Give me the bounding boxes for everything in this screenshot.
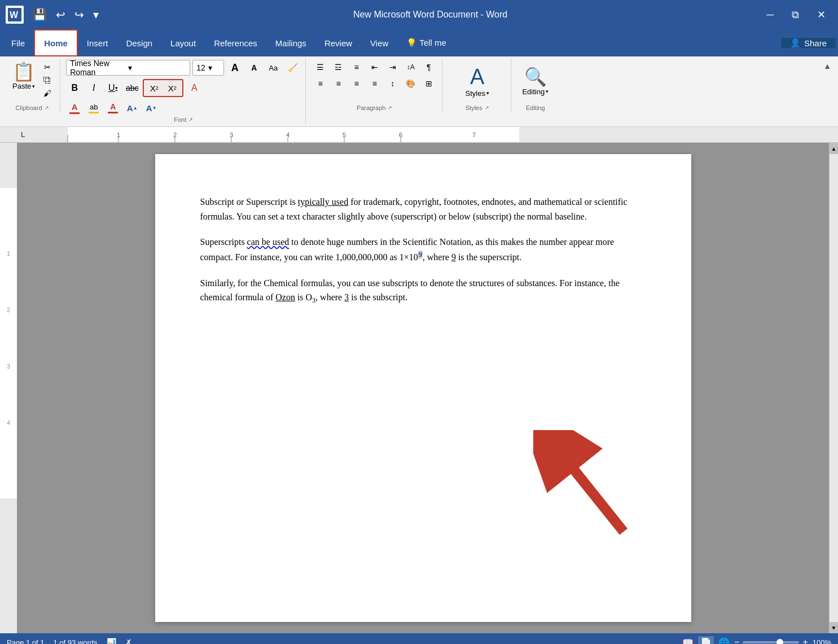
menu-review[interactable]: Review [315,29,361,56]
format-painter-button[interactable]: 🖌 [40,87,55,99]
styles-button[interactable]: A Styles ▾ [458,63,497,100]
bold-button[interactable]: B [66,81,83,95]
menu-home[interactable]: Home [34,29,78,56]
increase-indent-button[interactable]: ⇥ [384,60,401,75]
customize-quick-access[interactable]: ▾ [91,6,101,24]
clear-formatting-button[interactable]: 🧹 [284,60,301,75]
collapse-ribbon-button[interactable]: ▲ [821,59,833,73]
scroll-up-button[interactable]: ▲ [830,143,838,154]
zoom-level[interactable]: 100% [813,638,831,645]
web-layout-button[interactable]: 🌐 [718,637,730,645]
paragraph-group: ☰ ☲ ≡ ⇤ ⇥ ↕A ¶ ≡ ≡ ≡ ≡ ↕ 🎨 ⊞ Paragraph ↗ [307,59,442,112]
styles-dropdown-icon[interactable]: ▾ [486,90,489,96]
menu-tell-me[interactable]: 💡 Tell me [397,29,455,56]
bullet-list-button[interactable]: ☰ [312,60,329,75]
decrease-font-size-button[interactable]: A [226,60,243,75]
menu-file[interactable]: File [2,29,34,56]
menu-design[interactable]: Design [117,29,161,56]
font-expand-icon[interactable]: ↗ [188,117,193,122]
zoom-slider[interactable] [743,641,799,643]
menu-references[interactable]: References [205,29,266,56]
minimize-button[interactable]: ─ [760,7,780,23]
wavy-underline-text: can be used [247,237,289,247]
sort-button[interactable]: ↕A [402,60,419,75]
change-case-button[interactable]: Aa [265,60,282,75]
shading-button[interactable]: 🎨 [402,76,419,91]
text-effects-button[interactable]: A [186,81,203,95]
zoom-plus-button[interactable]: + [802,637,808,644]
quick-access-toolbar: 💾 ↩ ↪ ▾ [30,6,101,24]
svg-text:3: 3 [7,363,10,370]
highlight-color-button[interactable]: ab [85,100,102,115]
justify-button[interactable]: ≡ [366,76,383,91]
paragraph-1: Subscript or Superscript is typically us… [200,195,646,224]
menu-view[interactable]: View [361,29,397,56]
cut-button[interactable]: ✂ [40,61,55,73]
editing-label: Editing [522,87,545,96]
document-page[interactable]: Subscript or Superscript is typically us… [155,154,691,622]
underline-button[interactable]: U▾ [104,81,121,95]
paragraph-2: Superscripts can be used to denote huge … [200,235,646,265]
align-right-button[interactable]: ≡ [348,76,365,91]
read-mode-button[interactable]: 📖 [682,637,694,645]
superscript-9: 9 [418,251,423,259]
font-size-dropdown-icon[interactable]: ▾ [208,63,220,72]
vertical-ruler: 1 2 3 4 [0,143,17,633]
borders-button[interactable]: ⊞ [420,76,437,91]
strikethrough-button[interactable]: abc [124,81,141,95]
paste-button[interactable]: 📋 Paste ▾ [9,60,38,93]
menu-mailings[interactable]: Mailings [266,29,315,56]
paste-dropdown-arrow[interactable]: ▾ [32,84,35,89]
paragraph-expand-icon[interactable]: ↗ [388,105,392,111]
superscript-button[interactable]: X2 [164,81,181,95]
styles-expand-icon[interactable]: ↗ [485,105,489,111]
editing-button[interactable]: 🔍 Editing ▾ [517,65,554,98]
scrollbar-vertical[interactable]: ▲ ▼ [829,143,838,633]
close-button[interactable]: ✕ [810,6,832,23]
vertical-ruler-svg: 1 2 3 4 [0,143,17,633]
font-color-icon-2: A [110,102,116,111]
italic-button[interactable]: I [85,81,102,95]
clipboard-expand-icon[interactable]: ↗ [45,105,49,111]
font-size-selector[interactable]: 12 ▾ [192,60,224,76]
numbered-list-button[interactable]: ☲ [330,60,347,75]
red-arrow [533,430,646,543]
highlight-icon: ab [90,103,98,111]
show-hide-button[interactable]: ¶ [420,60,437,75]
font-name-selector[interactable]: Times New Roman ▾ [66,60,190,76]
grow-font-button[interactable]: A▲ [124,100,141,115]
zoom-control: − + [734,637,808,644]
print-layout-button[interactable]: 📄 [698,636,714,645]
subscript-button[interactable]: X2 [146,81,163,95]
editing-icon: 🔍 [524,67,547,87]
save-button[interactable]: 💾 [30,6,49,24]
font-color-button-2[interactable]: A [104,100,121,115]
decrease-indent-button[interactable]: ⇤ [366,60,383,75]
multilevel-list-button[interactable]: ≡ [348,60,365,75]
window-controls: ─ ⧉ ✕ [760,6,832,23]
undo-button[interactable]: ↩ [54,6,68,24]
line-spacing-button[interactable]: ↕ [384,76,401,91]
font-name-dropdown-icon[interactable]: ▾ [128,63,186,72]
menu-insert[interactable]: Insert [78,29,117,56]
align-center-button[interactable]: ≡ [330,76,347,91]
status-bar: Page 1 of 1 1 of 93 words 📊 ✗ 📖 📄 🌐 − + … [0,633,838,644]
menu-layout[interactable]: Layout [161,29,205,56]
font-name-value: Times New Roman [70,59,128,77]
copy-button[interactable]: ⿻ [40,74,55,86]
svg-text:2: 2 [7,307,10,313]
editing-dropdown-icon[interactable]: ▾ [546,89,549,94]
share-button[interactable]: 👤 Share [781,38,836,48]
font-color-button[interactable]: A [66,100,83,115]
ribbon: 📋 Paste ▾ ✂ ⿻ 🖌 Clipboard ↗ [0,56,838,127]
word-app-icon: W [6,6,24,24]
shrink-font-button[interactable]: A▼ [143,100,160,115]
increase-font-size-button[interactable]: A [245,60,262,75]
svg-line-26 [556,447,624,532]
redo-button[interactable]: ↪ [72,6,86,24]
scroll-down-button[interactable]: ▼ [830,622,838,633]
align-left-button[interactable]: ≡ [312,76,329,91]
zoom-minus-button[interactable]: − [734,637,739,644]
document-scroll-area[interactable]: Subscript or Superscript is typically us… [17,143,829,633]
restore-button[interactable]: ⧉ [785,7,806,23]
